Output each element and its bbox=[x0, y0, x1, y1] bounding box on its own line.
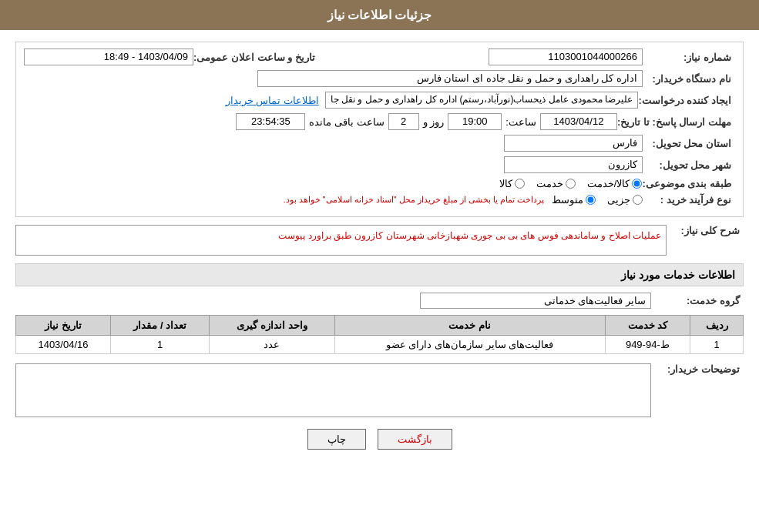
province-value: فارس bbox=[504, 135, 643, 152]
print-button[interactable]: چاپ bbox=[307, 429, 366, 450]
row-response-date: مهلت ارسال پاسخ: تا تاریخ: 1403/04/12 سا… bbox=[24, 113, 735, 130]
category-label: طبقه بندی موضوعی: bbox=[642, 178, 735, 189]
col-row-num: ردیف bbox=[690, 316, 744, 336]
col-service-code: کد خدمت bbox=[605, 316, 690, 336]
info-section: شماره نیاز: 1103001044000266 تاریخ و ساع… bbox=[15, 42, 744, 217]
row-buyer-org: نام دستگاه خریدار: اداره کل راهداری و حم… bbox=[24, 70, 735, 87]
category-radio-group: کالا/خدمت خدمت کالا bbox=[499, 178, 643, 189]
row-creator: ایجاد کننده درخواست: علیرضا محمودی عامل … bbox=[24, 92, 735, 109]
response-date-label: مهلت ارسال پاسخ: تا تاریخ: bbox=[617, 116, 735, 128]
response-date-value: 1403/04/12 bbox=[540, 113, 617, 130]
response-time-value: 19:00 bbox=[448, 113, 502, 130]
response-time-label: ساعت: bbox=[505, 116, 536, 128]
announce-date-value: 1403/04/09 - 18:49 bbox=[24, 49, 193, 65]
announce-date-label: تاریخ و ساعت اعلان عمومی: bbox=[193, 52, 319, 63]
page-header: جزئیات اطلاعات نیاز bbox=[0, 0, 759, 30]
col-service-name: نام خدمت bbox=[334, 316, 605, 336]
col-unit: واحد اندازه گیری bbox=[210, 316, 334, 336]
col-quantity: تعداد / مقدار bbox=[110, 316, 210, 336]
services-section-title: اطلاعات خدمات مورد نیاز bbox=[15, 263, 744, 286]
city-value: کازرون bbox=[504, 156, 643, 173]
back-button[interactable]: بازگشت bbox=[378, 429, 452, 450]
radio-kala[interactable]: کالا bbox=[499, 178, 525, 189]
row-purchase-type: نوع فرآیند خرید : جزیی متوسط پرداخت تمام… bbox=[24, 194, 735, 206]
buyer-notes-label: توضیحات خریدار: bbox=[651, 363, 744, 375]
radio-jozyi[interactable]: جزیی bbox=[607, 194, 643, 206]
table-header-row: ردیف کد خدمت نام خدمت واحد اندازه گیری ت… bbox=[16, 316, 744, 336]
buyer-notes-textarea[interactable] bbox=[15, 363, 651, 417]
row-category: طبقه بندی موضوعی: کالا/خدمت خدمت کالا bbox=[24, 178, 735, 189]
purchase-type-label: نوع فرآیند خرید : bbox=[643, 194, 735, 206]
page-container: جزئیات اطلاعات نیاز شماره نیاز: 11030010… bbox=[0, 0, 759, 532]
buyer-org-label: نام دستگاه خریدار: bbox=[643, 73, 735, 85]
row-buyer-notes: توضیحات خریدار: bbox=[15, 363, 744, 417]
service-group-value: سایر فعالیت‌های خدماتی bbox=[420, 293, 651, 309]
radio-kala-khadamat[interactable]: کالا/خدمت bbox=[587, 178, 643, 189]
purchase-radio-group: جزیی متوسط bbox=[552, 194, 643, 206]
creator-link[interactable]: اطلاعات تماس خریدار bbox=[226, 95, 319, 106]
table-body: 1ط-94-949فعالیت‌های سایر سازمان‌های دارا… bbox=[16, 336, 744, 354]
response-days-value: 2 bbox=[388, 113, 419, 130]
col-need-date: تاریخ نیاز bbox=[16, 316, 111, 336]
creator-value: علیرضا محمودی عامل ذیحساب(نورآباد،رستم) … bbox=[325, 92, 639, 109]
need-number-value: 1103001044000266 bbox=[489, 49, 643, 65]
radio-khadamat[interactable]: خدمت bbox=[536, 178, 576, 189]
buyer-org-value: اداره کل راهداری و حمل و نقل جاده ای است… bbox=[257, 70, 643, 87]
service-group-label: گروه خدمت: bbox=[651, 295, 744, 306]
purchase-note: پرداخت تمام یا بخشی از مبلغ خریداز محل "… bbox=[283, 195, 544, 205]
creator-label: ایجاد کننده درخواست: bbox=[638, 95, 735, 106]
description-label: شرح کلی نیاز: bbox=[667, 225, 744, 236]
row-description: شرح کلی نیاز: عملیات اصلاح و ساماندهی فو… bbox=[15, 225, 744, 256]
province-label: استان محل تحویل: bbox=[643, 138, 735, 149]
radio-motavaset[interactable]: متوسط bbox=[552, 194, 596, 206]
services-table: ردیف کد خدمت نام خدمت واحد اندازه گیری ت… bbox=[15, 315, 744, 354]
row-service-group: گروه خدمت: سایر فعالیت‌های خدماتی bbox=[15, 293, 744, 309]
page-title: جزئیات اطلاعات نیاز bbox=[327, 8, 432, 22]
remaining-time-value: 23:54:35 bbox=[236, 113, 305, 130]
row-province: استان محل تحویل: فارس bbox=[24, 135, 735, 152]
remaining-time-label: ساعت باقی مانده bbox=[309, 116, 384, 128]
row-city: شهر محل تحویل: کازرون bbox=[24, 156, 735, 173]
table-row: 1ط-94-949فعالیت‌های سایر سازمان‌های دارا… bbox=[16, 336, 744, 354]
city-label: شهر محل تحویل: bbox=[643, 159, 735, 171]
content-area: شماره نیاز: 1103001044000266 تاریخ و ساع… bbox=[0, 30, 759, 469]
need-number-label: شماره نیاز: bbox=[643, 52, 735, 63]
row-need-announce: شماره نیاز: 1103001044000266 تاریخ و ساع… bbox=[24, 49, 735, 65]
response-days-label: روز و bbox=[423, 116, 445, 128]
description-value: عملیات اصلاح و ساماندهی فوس های بی بی جو… bbox=[15, 225, 667, 256]
button-row: بازگشت چاپ bbox=[15, 429, 744, 450]
